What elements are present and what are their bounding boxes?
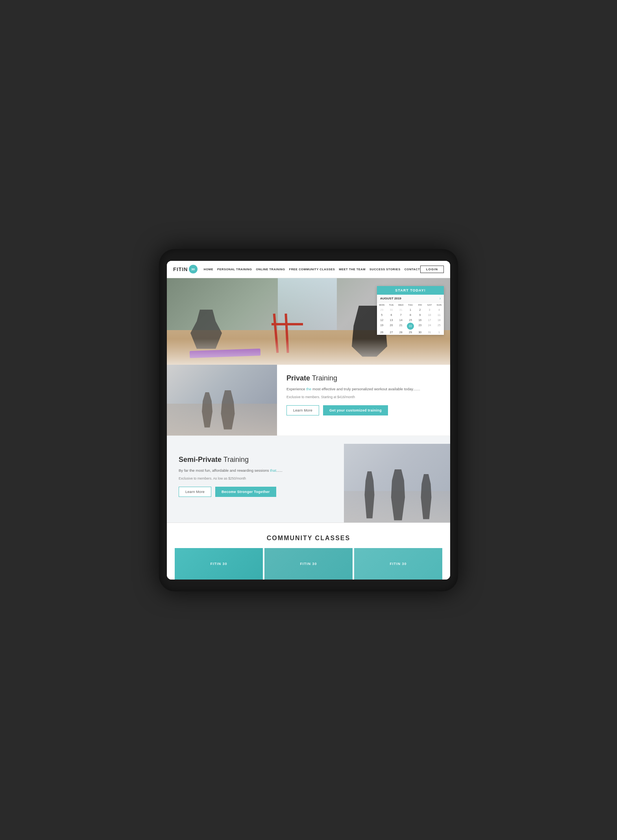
nav-link-stories[interactable]: SUCCESS STORIES [369,268,401,271]
private-gym-photo [167,365,277,436]
logo-number: 30 [189,265,198,273]
day-sun: SUN [434,303,444,307]
semi-learn-more-button[interactable]: Learn More [179,487,211,497]
calendar-cell[interactable]: 21 [396,323,406,330]
calendar-cta[interactable]: START TODAY! [377,286,444,295]
community-section: COMMUNITY CLASSES FITIN 30 FITIN 30 FITI… [167,523,450,580]
nav-link-community[interactable]: FREE COMMUNITY CLASSES [289,268,335,271]
person-silhouette-1 [198,392,216,428]
calendar-cell[interactable]: 4 [434,307,444,312]
calendar-cell[interactable]: 9 [415,312,425,318]
calendar-cell[interactable]: 17 [425,318,434,323]
calendar-cell[interactable]: 3 [425,307,434,312]
day-tue: TUE [386,303,396,307]
day-fri: FRI [415,303,425,307]
calendar-cell[interactable]: 23 [415,323,425,330]
calendar-cell[interactable]: 1 [434,330,444,335]
day-wed: WED [396,303,406,307]
community-img-1[interactable]: FITIN 30 [175,548,263,580]
community-img-inner-2: FITIN 30 [264,548,353,580]
calendar-cell[interactable]: 30 [415,330,425,335]
private-training-content: Private Training Experience the most eff… [277,365,450,436]
calendar-cell[interactable]: 15 [406,318,415,323]
semi-person-3 [417,474,436,519]
private-learn-more-button[interactable]: Learn More [286,405,319,415]
day-mon: MON [377,303,386,307]
calendar-cell[interactable]: 19 [377,323,386,330]
calendar-month-row: AUGUST 2019 › [377,295,444,303]
tablet-screen: FITIN 30 HOME PERSONAL TRAINING ONLINE T… [167,261,450,580]
nav-link-contact[interactable]: CONTACT [405,268,420,271]
nav-link-team[interactable]: MEET THE TEAM [339,268,366,271]
hero-section: START TODAY! AUGUST 2019 › MON TUE WED T… [167,278,450,365]
private-get-training-button[interactable]: Get your customized training [323,405,388,415]
section-divider-1 [167,436,450,444]
day-sat: SAT [425,303,434,307]
semi-become-stronger-button[interactable]: Become Stronger Together [215,487,276,497]
calendar-cell[interactable]: 16 [415,318,425,323]
navbar: FITIN 30 HOME PERSONAL TRAINING ONLINE T… [167,261,450,278]
calendar-cell[interactable]: 5 [377,312,386,318]
calendar-month: AUGUST 2019 [380,297,401,300]
calendar-cell[interactable]: 30 [386,307,396,312]
private-training-buttons: Learn More Get your customized training [286,405,441,415]
private-title-rest: Training [310,374,337,382]
community-img-inner-3: FITIN 30 [354,548,442,580]
logo-text: FITIN [173,266,188,272]
private-desc-text: Experience the most effective and truly … [286,387,420,391]
calendar-cell[interactable]: 7 [396,312,406,318]
calendar-grid: 2930311234567891011121314151617181920212… [377,307,444,335]
calendar-cell[interactable]: 13 [386,318,396,323]
semi-gym-photo [344,444,450,522]
semi-private-title: Semi-Private Training [179,456,332,464]
semi-private-desc: By far the most fun, affordable and rewa… [179,468,332,473]
community-img-2[interactable]: FITIN 30 [264,548,353,580]
private-title-bold: Private [286,374,310,382]
nav-link-personal[interactable]: PERSONAL TRAINING [217,268,252,271]
logo[interactable]: FITIN 30 [173,265,198,273]
semi-title-rest: Training [222,456,249,463]
semi-title-bold: Semi-Private [179,456,222,463]
nav-link-home[interactable]: HOME [204,268,214,271]
calendar-cell[interactable]: 14 [396,318,406,323]
calendar-widget[interactable]: START TODAY! AUGUST 2019 › MON TUE WED T… [377,286,444,335]
semi-private-buttons: Learn More Become Stronger Together [179,487,332,497]
calendar-cell[interactable]: 18 [434,318,444,323]
community-logo-2: FITIN 30 [300,562,317,566]
login-button[interactable]: LOGIN [420,266,444,273]
community-logo-3: FITIN 30 [390,562,406,566]
calendar-cell[interactable]: 6 [386,312,396,318]
community-img-3[interactable]: FITIN 30 [354,548,442,580]
calendar-cell[interactable]: 27 [386,330,396,335]
calendar-cell[interactable]: 24 [425,323,434,330]
community-logo-1: FITIN 30 [210,562,227,566]
private-training-title: Private Training [286,374,441,382]
calendar-cell[interactable]: 22 [407,323,414,330]
calendar-cell[interactable]: 28 [396,330,406,335]
calendar-cell[interactable]: 29 [406,330,415,335]
calendar-cell[interactable]: 25 [434,323,444,330]
calendar-cell[interactable]: 11 [434,312,444,318]
private-training-desc: Experience the most effective and truly … [286,386,441,392]
community-title: COMMUNITY CLASSES [175,535,442,542]
semi-private-image [344,444,450,522]
semi-private-price: Exclusive to members. As low as $250/mon… [179,476,332,480]
nav-link-online[interactable]: ONLINE TRAINING [256,268,285,271]
calendar-cell[interactable]: 10 [425,312,434,318]
calendar-cell[interactable]: 31 [396,307,406,312]
calendar-next-arrow[interactable]: › [440,296,441,301]
calendar-cell[interactable]: 20 [386,323,396,330]
calendar-cell[interactable]: 29 [377,307,386,312]
private-training-image [167,365,277,436]
tablet-frame: FITIN 30 HOME PERSONAL TRAINING ONLINE T… [159,249,458,591]
private-training-section: Private Training Experience the most eff… [167,365,450,436]
semi-person-1 [360,471,379,519]
calendar-cell[interactable]: 31 [425,330,434,335]
calendar-cell[interactable]: 1 [406,307,415,312]
community-img-inner-1: FITIN 30 [175,548,263,580]
calendar-cell[interactable]: 26 [377,330,386,335]
calendar-cell[interactable]: 2 [415,307,425,312]
calendar-days-header: MON TUE WED THU FRI SAT SUN [377,303,444,307]
calendar-cell[interactable]: 8 [406,312,415,318]
calendar-cell[interactable]: 12 [377,318,386,323]
